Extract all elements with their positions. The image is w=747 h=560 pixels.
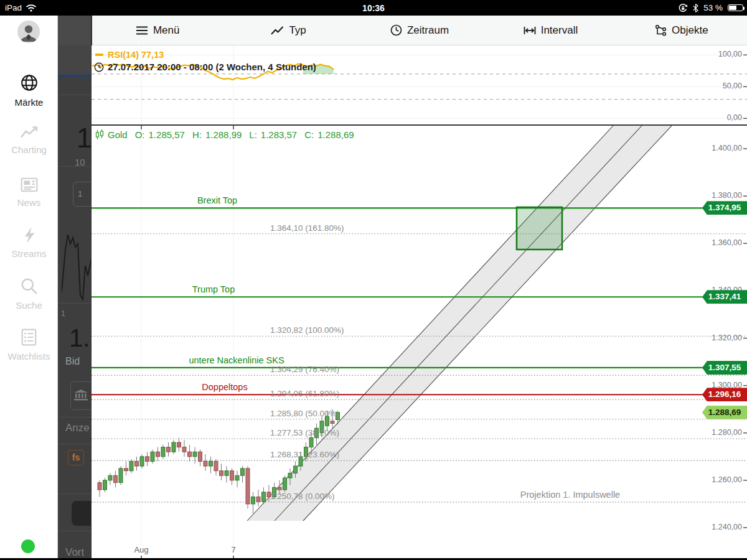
search-icon	[21, 278, 38, 295]
sidebar-item-label: Watchlists	[8, 351, 50, 362]
clock-icon	[94, 62, 104, 72]
sidebar-item-label: Charting	[11, 144, 47, 155]
online-status-dot	[21, 539, 35, 553]
sidebar-item-label: News	[17, 197, 41, 208]
dimmed-sparkline	[62, 216, 92, 304]
sidebar-item-streams[interactable]: Streams	[0, 220, 58, 266]
dimmed-panel-header	[58, 16, 92, 45]
dimmed-tab-indicator	[58, 75, 92, 77]
dimmed-price-sub: 10	[75, 157, 85, 167]
dimmed-interval-box: 1	[73, 182, 92, 207]
dimmed-bid-label: Bid	[65, 356, 80, 367]
chart-toolbar: Menü Typ Zeitraum Intervall	[92, 16, 747, 45]
sidebar-item-label: Märkte	[15, 97, 44, 108]
price-chart[interactable]	[92, 126, 747, 559]
sidebar-item-maerkte[interactable]: Märkte	[0, 67, 58, 113]
interval-icon	[524, 25, 536, 36]
battery-icon	[728, 4, 743, 11]
status-bar: iPad 10:36 53 %	[0, 0, 747, 16]
rotation-lock-icon	[678, 3, 688, 13]
news-icon	[21, 177, 38, 192]
objects-button[interactable]: Objekte	[616, 16, 747, 45]
objects-icon	[655, 24, 667, 36]
globe-icon	[20, 73, 39, 92]
time-range-button[interactable]: Zeitraum	[354, 16, 485, 45]
dimmed-dark-button	[72, 501, 92, 526]
clock-icon	[390, 24, 402, 36]
sidebar-item-watchlists[interactable]: Watchlists	[0, 322, 58, 368]
price-pane[interactable]: Gold O:1.285,57 H:1.288,99 L:1.283,57 C:…	[92, 124, 747, 558]
symbol-name: Gold	[108, 129, 128, 140]
sidebar-item-suche[interactable]: Suche	[0, 271, 58, 317]
avatar[interactable]	[17, 21, 40, 43]
bank-icon	[74, 390, 88, 401]
sidebar-item-news[interactable]: News	[0, 169, 58, 215]
sidebar-item-charting[interactable]: Charting	[0, 117, 58, 163]
dimmed-bank-button	[70, 381, 92, 410]
dimmed-fs-badge: fs	[68, 450, 84, 465]
dimmed-bid-value: 1.	[69, 324, 90, 352]
chart-period-label: 27.07.2017 20:00 - 08:00 (2 Wochen, 4 St…	[94, 62, 316, 72]
chart-type-icon	[271, 26, 284, 35]
dimmed-vortag-label: Vort	[65, 546, 84, 558]
dimmed-quote-panel[interactable]: 1 10 1 1 1. Bid Anze fs Vort	[58, 16, 92, 558]
ohlc-legend: Gold O:1.285,57 H:1.288,99 L:1.283,57 C:…	[95, 129, 354, 140]
sidebar: Märkte Charting News Streams Suche	[0, 16, 58, 558]
sidebar-item-label: Suche	[16, 300, 42, 310]
menu-button[interactable]: Menü	[92, 16, 223, 45]
menu-icon	[136, 25, 148, 36]
rsi-chart[interactable]	[92, 45, 747, 124]
battery-percent: 53 %	[703, 3, 723, 12]
lightning-icon	[23, 227, 35, 243]
rsi-pane[interactable]: RSI(14) 77,13 27.07.2017 20:00 - 08:00 (…	[92, 45, 747, 124]
sidebar-item-label: Streams	[12, 248, 47, 259]
candle-pair-icon	[95, 129, 104, 140]
dimmed-anzeige-label: Anze	[65, 422, 90, 434]
rsi-legend[interactable]: RSI(14) 77,13	[95, 50, 164, 60]
interval-button[interactable]: Intervall	[485, 16, 616, 45]
clock-time: 10:36	[0, 3, 747, 13]
rsi-series-swatch	[95, 54, 103, 56]
chart-line-icon	[20, 126, 39, 139]
dimmed-price-value: 1	[77, 123, 92, 154]
watchlist-icon	[21, 329, 37, 346]
bluetooth-icon	[693, 4, 698, 12]
chart-type-button[interactable]: Typ	[223, 16, 354, 45]
